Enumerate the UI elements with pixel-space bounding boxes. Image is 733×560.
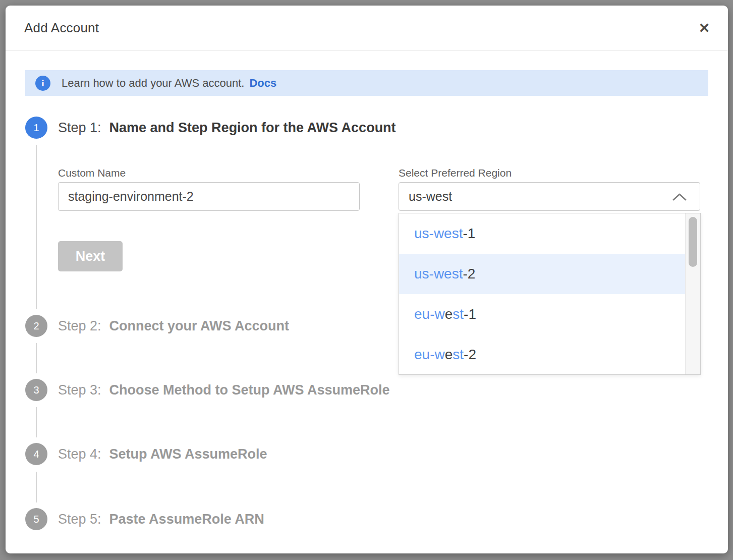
step-1-badge: 1 [25, 117, 47, 139]
step-connector-1-2 [36, 145, 37, 309]
step-1-row: 1 Step 1: Name and Step Region for the A… [25, 117, 396, 139]
option-match-text: us-west [414, 226, 463, 242]
step-4-badge: 4 [25, 443, 47, 465]
docs-link[interactable]: Docs [249, 77, 276, 90]
region-select-value: us-west [409, 189, 452, 204]
region-option-3[interactable]: eu-west-1 [399, 294, 685, 334]
step-2-prefix: Step 2: [58, 318, 101, 334]
custom-name-input[interactable] [58, 182, 360, 211]
region-dropdown: us-west-1us-west-2eu-west-1eu-west-2 [399, 213, 701, 375]
option-text: -1 [464, 306, 476, 322]
banner-text: Learn how to add your AWS account. [62, 77, 244, 90]
dropdown-scrollbar-thumb[interactable] [689, 217, 697, 267]
step-connector-3-4 [36, 407, 37, 437]
option-match-text: st [453, 347, 464, 363]
step-2-title: Connect your AWS Account [109, 318, 290, 334]
option-match-text: st [453, 306, 464, 322]
dropdown-scrollbar-track[interactable] [685, 213, 700, 374]
option-match-text: us-west [414, 266, 463, 282]
step-5-badge: 5 [25, 508, 47, 530]
option-text: -1 [463, 226, 475, 242]
step-2-badge: 2 [25, 315, 47, 337]
info-banner: i Learn how to add your AWS account. Doc… [25, 70, 708, 96]
region-option-2[interactable]: us-west-2 [399, 254, 685, 294]
step-1-title: Name and Step Region for the AWS Account [109, 120, 396, 136]
option-text: -2 [464, 347, 476, 363]
next-button[interactable]: Next [58, 241, 123, 271]
step-connector-2-3 [36, 343, 37, 373]
option-text: e [445, 306, 453, 322]
step-5-title: Paste AssumeRole ARN [109, 512, 264, 527]
step-connector-4-5 [36, 472, 37, 502]
custom-name-label: Custom Name [58, 167, 126, 179]
step-3-row[interactable]: 3 Step 3: Choose Method to Setup AWS Ass… [25, 379, 390, 401]
step-5-row[interactable]: 5 Step 5: Paste AssumeRole ARN [25, 508, 264, 530]
region-option-4[interactable]: eu-west-2 [399, 334, 685, 375]
step-3-title: Choose Method to Setup AWS AssumeRole [109, 382, 390, 398]
option-text: -2 [463, 266, 475, 282]
region-option-1[interactable]: us-west-1 [399, 213, 685, 254]
step-4-title: Setup AWS AssumeRole [109, 446, 267, 462]
chevron-up-icon [672, 193, 687, 201]
option-match-text: eu-w [414, 347, 445, 363]
region-option-list: us-west-1us-west-2eu-west-1eu-west-2 [399, 213, 685, 374]
modal-header: Add Account ✕ [6, 6, 728, 51]
step-4-row[interactable]: 4 Step 4: Setup AWS AssumeRole [25, 443, 267, 465]
step-3-badge: 3 [25, 379, 47, 401]
step-3-prefix: Step 3: [58, 382, 101, 398]
step-5-prefix: Step 5: [58, 512, 101, 527]
option-match-text: eu-w [414, 306, 445, 322]
modal-title: Add Account [24, 20, 99, 36]
info-icon: i [35, 76, 50, 91]
step-4-prefix: Step 4: [58, 446, 101, 462]
add-account-modal: Add Account ✕ i Learn how to add your AW… [6, 6, 728, 553]
option-text: e [445, 347, 453, 363]
step-1-prefix: Step 1: [58, 120, 101, 136]
region-label: Select Preferred Region [399, 167, 512, 179]
step-2-row[interactable]: 2 Step 2: Connect your AWS Account [25, 315, 289, 337]
close-icon[interactable]: ✕ [695, 19, 714, 38]
region-select[interactable]: us-west [399, 182, 700, 211]
